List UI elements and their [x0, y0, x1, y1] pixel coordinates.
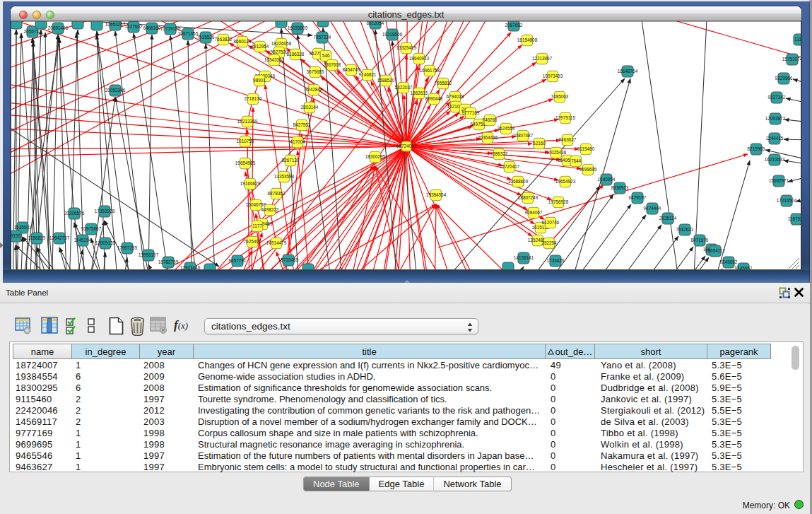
svg-text:17016504: 17016504 [777, 198, 797, 203]
svg-text:14914479: 14914479 [266, 240, 287, 245]
svg-text:1733426: 1733426 [547, 258, 565, 263]
svg-text:12975115: 12975115 [555, 115, 575, 120]
svg-text:18724007: 18724007 [396, 144, 417, 148]
svg-text:93975867: 93975867 [81, 226, 102, 231]
svg-text:8660124: 8660124 [234, 39, 252, 44]
svg-text:7857224: 7857224 [314, 35, 331, 40]
svg-text:252254: 252254 [541, 240, 557, 245]
svg-text:10973493: 10973493 [543, 74, 563, 78]
svg-text:20691406: 20691406 [48, 25, 69, 30]
svg-text:12505135: 12505135 [95, 240, 116, 245]
svg-text:1527602: 1527602 [125, 24, 143, 29]
svg-text:12923446: 12923446 [180, 265, 201, 270]
svg-text:62160: 62160 [533, 141, 546, 146]
svg-text:16046798: 16046798 [246, 202, 266, 207]
svg-text:20364436: 20364436 [478, 135, 498, 140]
svg-text:19654985: 19654985 [235, 160, 256, 165]
svg-text:16961758: 16961758 [420, 68, 440, 73]
svg-text:10688609: 10688609 [508, 179, 529, 184]
svg-text:8938923: 8938923 [611, 185, 629, 190]
svg-text:9146821: 9146821 [359, 72, 377, 77]
svg-text:9827500: 9827500 [271, 49, 288, 54]
svg-text:16033809: 16033809 [288, 25, 308, 30]
svg-text:12093872: 12093872 [765, 116, 786, 121]
svg-text:8878352: 8878352 [268, 191, 286, 196]
svg-text:1167534: 1167534 [788, 216, 801, 221]
svg-text:2935114: 2935114 [659, 216, 677, 221]
svg-text:9699695: 9699695 [579, 167, 597, 172]
svg-text:991591: 991591 [11, 233, 23, 238]
svg-text:9115460: 9115460 [577, 146, 595, 151]
svg-text:15720407: 15720407 [500, 164, 520, 169]
svg-text:1640954: 1640954 [598, 177, 616, 182]
svg-text:13958107: 13958107 [139, 252, 159, 257]
svg-text:3675685: 3675685 [307, 69, 324, 74]
svg-text:417004: 417004 [290, 139, 305, 144]
svg-text:19166829: 19166829 [240, 181, 261, 186]
svg-text:12942737: 12942737 [49, 235, 70, 240]
svg-text:8912954: 8912954 [252, 44, 269, 49]
svg-text:1010755: 1010755 [237, 139, 254, 144]
svg-text:746266: 746266 [482, 117, 498, 122]
svg-text:10653267: 10653267 [105, 22, 126, 27]
svg-text:2055712: 2055712 [24, 29, 42, 34]
svg-text:2087682: 2087682 [505, 23, 523, 28]
svg-text:7515526: 7515526 [197, 35, 215, 40]
svg-text:8471676: 8471676 [691, 238, 709, 243]
svg-text:9657791: 9657791 [229, 258, 247, 263]
svg-text:7644: 7644 [571, 158, 582, 163]
svg-text:8813054: 8813054 [367, 21, 384, 25]
svg-text:10654112: 10654112 [705, 248, 725, 253]
svg-text:98901: 98901 [253, 78, 266, 83]
svg-text:1112: 1112 [794, 37, 801, 42]
svg-text:1588520: 1588520 [377, 78, 395, 83]
svg-text:20206576: 20206576 [64, 211, 85, 216]
svg-text:16782759: 16782759 [158, 259, 179, 264]
svg-text:9227342: 9227342 [768, 95, 786, 100]
svg-text:10719155: 10719155 [160, 26, 181, 31]
svg-text:7632621: 7632621 [676, 227, 694, 232]
svg-text:20053346: 20053346 [105, 88, 126, 93]
svg-text:9329966: 9329966 [775, 76, 793, 81]
svg-text:6479197: 6479197 [629, 195, 647, 200]
svg-text:1177: 1177 [252, 223, 262, 228]
svg-text:14136141: 14136141 [514, 255, 534, 260]
svg-text:12213967: 12213967 [532, 56, 553, 61]
svg-text:8454749: 8454749 [343, 67, 360, 72]
svg-text:13325419: 13325419 [396, 45, 417, 50]
svg-text:5322037: 5322037 [395, 85, 413, 90]
svg-text:1145194: 1145194 [74, 238, 92, 243]
svg-text:16154808: 16154808 [517, 37, 538, 42]
svg-text:10671355: 10671355 [178, 31, 199, 36]
svg-text:7485063: 7485063 [551, 94, 569, 99]
svg-text:8215955: 8215955 [748, 146, 765, 151]
svg-text:9245652: 9245652 [720, 259, 738, 264]
svg-text:19384554: 19384554 [426, 192, 447, 197]
svg-text:19218506: 19218506 [382, 32, 403, 37]
svg-text:1156829: 1156829 [28, 235, 46, 240]
svg-text:18300295: 18300295 [365, 154, 386, 159]
svg-text:10025438: 10025438 [546, 150, 567, 155]
svg-text:7386322: 7386322 [490, 151, 508, 156]
svg-text:16210643: 16210643 [765, 157, 785, 162]
svg-text:2367608: 2367608 [324, 62, 341, 67]
svg-text:6794028: 6794028 [447, 94, 464, 99]
svg-text:8427552: 8427552 [293, 122, 311, 127]
svg-text:16648764: 16648764 [618, 69, 638, 74]
svg-text:18640910: 18640910 [409, 56, 430, 61]
svg-text:16543362: 16543362 [264, 57, 285, 62]
svg-text:1362615: 1362615 [411, 90, 428, 95]
svg-text:546: 546 [322, 53, 330, 58]
svg-text:9777169: 9777169 [462, 110, 480, 115]
svg-text:18226058: 18226058 [271, 41, 292, 46]
svg-text:10807487: 10807487 [513, 133, 534, 138]
svg-text:13353594: 13353594 [274, 174, 295, 179]
svg-text:2803144: 2803144 [301, 105, 319, 110]
svg-text:3624554: 3624554 [498, 126, 515, 131]
svg-text:1535001: 1535001 [14, 225, 32, 230]
svg-text:6466160: 6466160 [143, 25, 161, 30]
svg-text:12213369: 12213369 [237, 119, 258, 124]
svg-text:7625402: 7625402 [244, 239, 261, 244]
svg-text:8186328: 8186328 [287, 52, 305, 57]
svg-text:6120746: 6120746 [542, 220, 560, 225]
